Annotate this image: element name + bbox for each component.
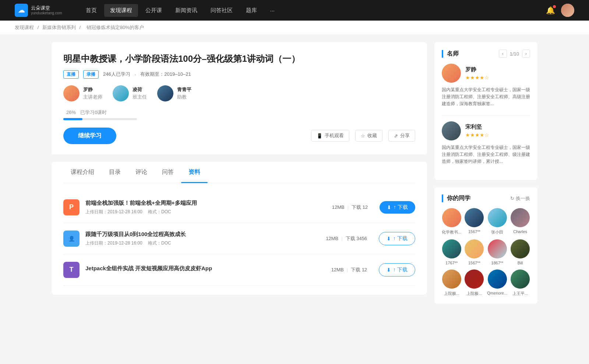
classmate-name-11: Qmenore... [487,291,507,295]
logo-icon: ☁ [15,4,28,17]
file-item-3: T Jetpack全组件实战 开发短视频应用高仿皮皮虾App 12MB | 下载… [63,254,415,286]
classmate-name-3: 张小田 [491,229,503,235]
classmate-avatar-9 [442,270,461,289]
teacher-2: 凌荷 班主任 [113,85,147,101]
teachers-card: 名师 ‹ 1/10 › 罗静 ★★★★☆ 国内 [434,42,537,180]
classmate-name-9: 上院极... [444,291,459,296]
file-stats-3: 12MB | 下载 12 [331,267,367,273]
teacher-avatar-3 [157,85,173,101]
classmate-2: 1567** [465,208,484,235]
file-stats-1: 12MB | 下载 12 [332,204,368,211]
tab-qa[interactable]: 问答 [155,162,181,183]
classmate-avatar-10 [465,270,484,289]
classmate-name-1: 化学教书... [442,229,461,235]
continue-study-button[interactable]: 继续学习 [63,128,116,144]
share-button[interactable]: ⇗ 分享 [388,130,415,142]
classmate-10: 上院极... [465,270,484,296]
tab-catalog[interactable]: 目录 [102,162,128,183]
file-name-1: 前端全栈加强版！前端全栈+全周期+多端应用 [85,200,326,207]
teacher-card-header-2: 宋利坚 ★★★★☆ [442,121,530,140]
nav-item-news[interactable]: 新闻资讯 [169,4,203,17]
file-meta-1: 上传日期：2019-12-28 16:00 格式：DOC [85,209,326,215]
breadcrumb-series[interactable]: 新媒体营销系列 [42,25,76,30]
teacher-info-3: 青青平 助教 [177,86,191,100]
progress-studied: 已学习0课时 [80,110,107,115]
refresh-icon: ↻ [510,196,514,201]
tab-materials[interactable]: 资料 [181,162,208,183]
mobile-view-button[interactable]: 📱 手机观看 [311,130,349,142]
teacher-name-2: 凌荷 [133,86,147,93]
teacher-stars-2: ★★★★☆ [465,132,489,138]
classmate-11: Qmenore... [487,270,507,296]
progress-fill [63,118,82,120]
teacher-role-1: 主讲老师 [83,94,102,100]
classmate-6: 1567** [465,239,484,265]
bell-icon[interactable]: 🔔 [546,6,555,15]
classmates-grid: 化学教书... 1567** 张小田 Charles 1767** [442,208,530,296]
refresh-classmates-button[interactable]: ↻ 换一换 [510,195,530,202]
teacher-card-avatar-2 [442,121,461,140]
logo-text: 云朵课堂 yunduoketang.com [31,5,62,15]
classmate-name-2: 1567** [468,229,480,234]
nav-item-qa[interactable]: 问答社区 [205,4,239,17]
classmates-title: 你的同学 [442,195,470,202]
nav-item-home[interactable]: 首页 [80,4,103,17]
progress-section: 26% 已学习0课时 [63,109,415,120]
logo[interactable]: ☁ 云朵课堂 yunduoketang.com [15,4,62,17]
nav-item-discover[interactable]: 发现课程 [104,4,138,17]
classmate-avatar-4 [511,208,530,227]
download-button-1[interactable]: ⬇ ↑ 下载 [380,201,415,214]
classmate-name-8: Bill [518,261,523,265]
notification-dot [553,5,556,8]
teacher-card-2: 宋利坚 ★★★★☆ 国内某重点大学安全工程专业硕士，国家一级注册消防工程师、注册… [442,121,530,165]
nav-items: 首页 发现课程 公开课 新闻资讯 问答社区 题库 ··· [80,4,534,17]
nav-item-questions[interactable]: 题库 [240,4,263,17]
classmate-7: 1867** [487,239,507,265]
course-meta: 直播 录播 246人已学习 · 有效期至：2019–10–21 [63,70,415,79]
breadcrumb-discover[interactable]: 发现课程 [15,25,34,30]
file-meta-2: 上传日期：2019-12-28 16:00 格式：DOC [85,240,320,246]
teacher-name-1: 罗静 [83,86,102,93]
next-page-btn[interactable]: › [522,50,530,58]
badge-record: 录播 [83,70,99,79]
teacher-card-header-1: 罗静 ★★★★☆ [442,64,530,83]
action-buttons: 📱 手机观看 ☆ 收藏 ⇗ 分享 [311,130,415,142]
course-title: 明星中教授课，小学阶段语法100分–强化级第1讲动词（一） [63,53,415,65]
nav-right: 🔔 [546,4,574,17]
teacher-avatar-1 [63,85,80,101]
teacher-3: 青青平 助教 [157,85,191,101]
teachers-header: 名师 ‹ 1/10 › [442,50,530,58]
progress-label: 26% 已学习0课时 [63,109,415,116]
meta-dot: · [135,72,136,77]
download-button-2[interactable]: ⬇ ↑ 下载 [379,232,415,245]
phone-icon: 📱 [317,133,322,139]
file-icon-3: T [63,262,80,278]
teachers-title: 名师 [442,50,459,58]
nav-item-open[interactable]: 公开课 [140,4,168,17]
file-item-2: 👤 跟随千万级项目从0到100全过程高效成长 上传日期：2019-12-28 1… [63,223,415,254]
collect-button[interactable]: ☆ 收藏 [355,130,382,142]
nav-item-more[interactable]: ··· [264,4,281,17]
user-avatar-nav[interactable] [561,4,574,17]
prev-page-btn[interactable]: ‹ [499,50,507,58]
teacher-card-avatar-1 [442,64,461,83]
file-item-1: P 前端全栈加强版！前端全栈+全周期+多端应用 上传日期：2019-12-28 … [63,192,415,223]
badge-live: 直播 [63,70,79,79]
student-count: 246人已学习 [103,71,130,78]
breadcrumb-current: 销冠修炼术搞定80%的客户 [87,25,144,30]
teacher-role-2: 班主任 [133,94,147,100]
tab-content: P 前端全栈加强版！前端全栈+全周期+多端应用 上传日期：2019-12-28 … [63,183,415,295]
tab-intro[interactable]: 课程介绍 [63,162,102,183]
classmates-card: 你的同学 ↻ 换一换 化学教书... 1567** 张小田 [434,187,537,304]
download-button-3[interactable]: ⬇ ↑ 下载 [379,263,415,276]
teacher-card-name-2: 宋利坚 [465,124,489,131]
classmate-avatar-3 [488,208,507,227]
breadcrumb: 发现课程 / 新媒体营销系列 / 销冠修炼术搞定80%的客户 [0,21,589,35]
file-name-3: Jetpack全组件实战 开发短视频应用高仿皮皮虾App [85,265,325,272]
classmate-1: 化学教书... [442,208,462,235]
navbar: ☁ 云朵课堂 yunduoketang.com 首页 发现课程 公开课 新闻资讯… [0,0,589,21]
tab-review[interactable]: 评论 [128,162,155,183]
progress-bar [63,118,137,120]
classmate-name-12: 上王平... [512,291,528,296]
download-icon-3: ⬇ [387,267,391,273]
